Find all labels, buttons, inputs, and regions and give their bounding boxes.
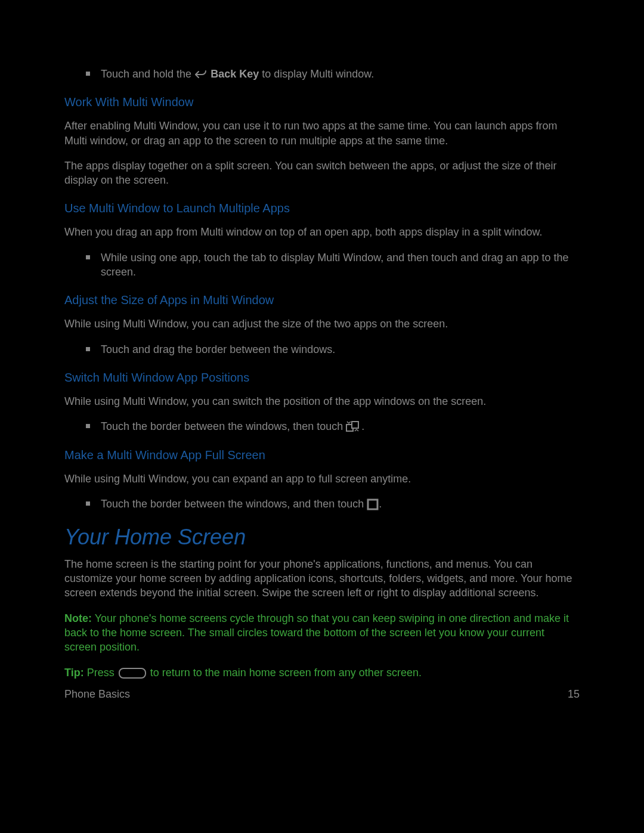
text: to return to the main home screen from a… bbox=[147, 667, 422, 679]
back-key-icon bbox=[194, 69, 208, 80]
text: Press bbox=[84, 667, 117, 679]
footer-section: Phone Basics bbox=[64, 688, 130, 701]
text: Touch and hold the bbox=[101, 68, 194, 80]
list-item: Touch the border between the windows, th… bbox=[64, 419, 580, 433]
tip-paragraph: Tip: Press to return to the main home sc… bbox=[64, 665, 580, 680]
svg-rect-1 bbox=[352, 422, 358, 428]
text: to display Multi window. bbox=[259, 68, 374, 80]
paragraph: While using Multi Window, you can switch… bbox=[64, 394, 580, 408]
maximize-icon bbox=[367, 498, 379, 510]
section-heading: Adjust the Size of Apps in Multi Window bbox=[64, 292, 580, 308]
bullet-icon bbox=[86, 347, 90, 351]
bullet-icon bbox=[86, 424, 90, 428]
text: Touch the border between the windows, th… bbox=[101, 420, 346, 432]
bullet-icon bbox=[86, 255, 90, 259]
list-item: Touch and hold the Back Key to display M… bbox=[64, 67, 580, 81]
bullet-icon bbox=[86, 501, 90, 506]
text: Touch and drag the border between the wi… bbox=[101, 342, 580, 357]
note-label: Note: bbox=[64, 612, 92, 624]
list-item: Touch the border between the windows, an… bbox=[64, 497, 580, 511]
paragraph: After enabling Multi Window, you can use… bbox=[64, 119, 580, 148]
page-number: 15 bbox=[568, 688, 580, 701]
section-heading: Switch Multi Window App Positions bbox=[64, 370, 580, 386]
text: While using one app, touch the tab to di… bbox=[101, 250, 580, 280]
page-footer: Phone Basics 15 bbox=[64, 688, 580, 701]
note-paragraph: Note: Your phone's home screens cycle th… bbox=[64, 611, 580, 655]
svg-rect-2 bbox=[368, 500, 377, 509]
paragraph: While using Multi Window, you can expand… bbox=[64, 472, 580, 486]
tip-label: Tip: bbox=[64, 667, 84, 679]
switch-windows-icon bbox=[346, 421, 361, 434]
section-heading: Use Multi Window to Launch Multiple Apps bbox=[64, 200, 580, 216]
home-button-icon bbox=[119, 668, 146, 679]
page-heading: Your Home Screen bbox=[64, 523, 580, 552]
document-body: Touch and hold the Back Key to display M… bbox=[0, 0, 644, 680]
paragraph: The home screen is the starting point fo… bbox=[64, 557, 580, 600]
text: Touch the border between the windows, an… bbox=[101, 498, 367, 510]
list-item: Touch and drag the border between the wi… bbox=[64, 342, 580, 357]
bullet-icon bbox=[86, 72, 90, 76]
text-bold: Back Key bbox=[210, 68, 259, 80]
text: Your phone's home screens cycle through … bbox=[64, 612, 569, 654]
paragraph: The apps display together on a split scr… bbox=[64, 159, 580, 188]
paragraph: When you drag an app from Multi window o… bbox=[64, 225, 580, 239]
section-heading: Make a Multi Window App Full Screen bbox=[64, 447, 580, 463]
list-item: While using one app, touch the tab to di… bbox=[64, 250, 580, 280]
text: . bbox=[361, 420, 364, 432]
text: . bbox=[379, 498, 382, 510]
section-heading: Work With Multi Window bbox=[64, 94, 580, 110]
paragraph: While using Multi Window, you can adjust… bbox=[64, 317, 580, 331]
